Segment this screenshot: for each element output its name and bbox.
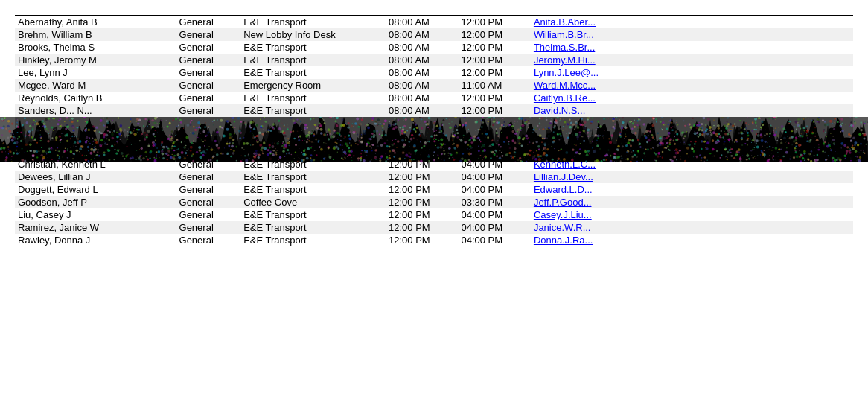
table-row: Christian, Kenneth L General E&E Transpo… [15,158,853,171]
cell-start: 08:00 AM [386,66,458,79]
cell-name: Goodson, Jeff P [15,196,176,208]
cell-location: General [176,158,241,171]
cell-location: General [176,234,241,246]
cell-name: Abernathy, Anita B [15,16,176,29]
cell-location: General [176,16,241,29]
cell-name: Brooks, Thelma S [15,41,176,54]
cell-start: 12:00 PM [386,221,458,234]
assignment-table: Abernathy, Anita B General E&E Transport… [15,12,853,246]
cell-finish: 04:00 PM [458,221,530,234]
cell-location: General [176,28,241,41]
cell-start: 12:00 PM [386,208,458,221]
cell-name: Lee, Lynn J [15,66,176,79]
cell-location: General [176,171,241,183]
table-row: Doggett, Edward L General E&E Transport … [15,183,853,196]
cell-start: 12:00 PM [386,158,458,171]
cell-contact[interactable]: Casey.J.Liu... [531,208,853,221]
cell-job: E&E Transport [240,158,386,171]
cell-job: E&E Transport [240,41,386,54]
cell-contact[interactable]: Lillian.J.Dev... [531,171,853,183]
cell-name: Brehm, William B [15,28,176,41]
table-row: Reynolds, Caitlyn B General E&E Transpor… [15,92,853,104]
cell-contact[interactable]: Anita.B.Aber... [531,16,853,29]
cell-finish: 04:00 PM [458,158,530,171]
cell-name: Rawley, Donna J [15,234,176,246]
table-row: Brehm, William B General New Lobby Info … [15,28,853,41]
table-row: Hinkley, Jeromy M General E&E Transport … [15,54,853,66]
noise-row [15,117,853,158]
cell-name: Liu, Casey J [15,208,176,221]
cell-start: 12:00 PM [386,171,458,183]
cell-finish: 03:30 PM [458,196,530,208]
table-row: Goodson, Jeff P General Coffee Cove 12:0… [15,196,853,208]
cell-start: 08:00 AM [386,54,458,66]
page: Abernathy, Anita B General E&E Transport… [0,0,868,254]
cell-name: Hinkley, Jeromy M [15,54,176,66]
cell-finish: 12:00 PM [458,41,530,54]
cell-job: E&E Transport [240,92,386,104]
cell-location: General [176,54,241,66]
cell-location: General [176,208,241,221]
cell-finish: 11:00 AM [458,79,530,92]
cell-contact[interactable]: Thelma.S.Br... [531,41,853,54]
cell-start: 12:00 PM [386,183,458,196]
cell-contact[interactable]: Kenneth.L.C... [531,158,853,171]
cell-start: 08:00 AM [386,41,458,54]
table-row: Abernathy, Anita B General E&E Transport… [15,16,853,29]
cell-job: E&E Transport [240,221,386,234]
cell-contact[interactable]: Ward.M.Mcc... [531,79,853,92]
cell-finish: 04:00 PM [458,234,530,246]
cell-name: Reynolds, Caitlyn B [15,92,176,104]
cell-name: Doggett, Edward L [15,183,176,196]
cell-job: Coffee Cove [240,196,386,208]
cell-start: 08:00 AM [386,16,458,29]
table-row: Liu, Casey J General E&E Transport 12:00… [15,208,853,221]
cell-job: E&E Transport [240,104,386,117]
cell-contact[interactable]: William.B.Br... [531,28,853,41]
cell-contact[interactable]: Janice.W.R... [531,221,853,234]
table-row: Ramirez, Janice W General E&E Transport … [15,221,853,234]
cell-start: 12:00 PM [386,234,458,246]
cell-start: 08:00 AM [386,28,458,41]
cell-name: Mcgee, Ward M [15,79,176,92]
cell-name: Dewees, Lillian J [15,171,176,183]
cell-contact[interactable]: Caitlyn.B.Re... [531,92,853,104]
cell-location: General [176,221,241,234]
table-row: Brooks, Thelma S General E&E Transport 0… [15,41,853,54]
cell-job: E&E Transport [240,54,386,66]
cell-contact[interactable]: Donna.J.Ra... [531,234,853,246]
cell-name: Christian, Kenneth L [15,158,176,171]
cell-contact[interactable]: Jeromy.M.Hi... [531,54,853,66]
cell-job: E&E Transport [240,171,386,183]
cell-location: General [176,41,241,54]
cell-name: Ramirez, Janice W [15,221,176,234]
cell-start: 08:00 AM [386,92,458,104]
cell-job: E&E Transport [240,16,386,29]
cell-location: General [176,104,241,117]
cell-finish: 12:00 PM [458,104,530,117]
cell-location: General [176,66,241,79]
cell-finish: 04:00 PM [458,208,530,221]
cell-contact[interactable]: Lynn.J.Lee@... [531,66,853,79]
cell-location: General [176,79,241,92]
table-row: Rawley, Donna J General E&E Transport 12… [15,234,853,246]
cell-location: General [176,196,241,208]
cell-start: 12:00 PM [386,196,458,208]
cell-finish: 12:00 PM [458,54,530,66]
cell-finish: 12:00 PM [458,66,530,79]
cell-name: Sanders, D... N... [15,104,176,117]
cell-contact[interactable]: David.N.S... [531,104,853,117]
table-row: Lee, Lynn J General E&E Transport 08:00 … [15,66,853,79]
cell-job: E&E Transport [240,183,386,196]
cell-start: 08:00 AM [386,104,458,117]
cell-job: E&E Transport [240,66,386,79]
cell-contact[interactable]: Edward.L.D... [531,183,853,196]
table-row: Dewees, Lillian J General E&E Transport … [15,171,853,183]
cell-start: 08:00 AM [386,79,458,92]
cell-job: E&E Transport [240,234,386,246]
cell-job: E&E Transport [240,208,386,221]
table-row: Sanders, D... N... General E&E Transport… [15,104,853,117]
cell-location: General [176,183,241,196]
cell-contact[interactable]: Jeff.P.Good... [531,196,853,208]
cell-finish: 04:00 PM [458,171,530,183]
